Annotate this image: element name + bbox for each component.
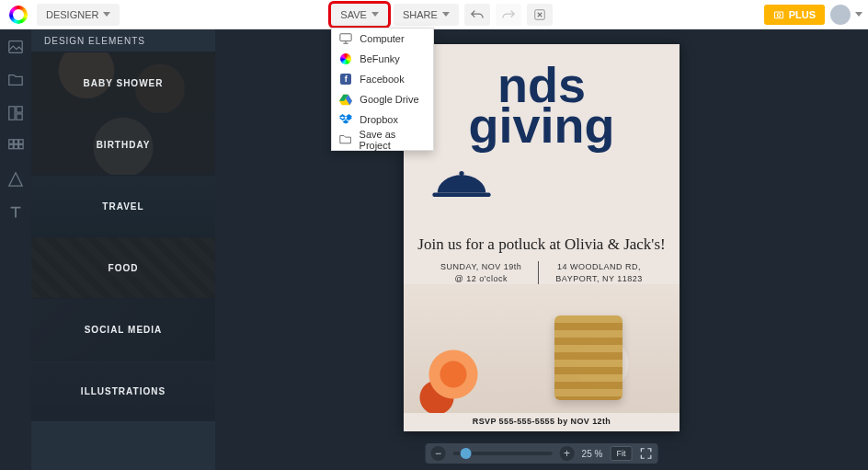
zoom-in-button[interactable]: + [560, 446, 575, 461]
plus-upgrade-button[interactable]: PLUS [764, 5, 825, 25]
text-tool-icon[interactable] [7, 204, 24, 221]
category-food[interactable]: FOOD [31, 236, 215, 298]
fullscreen-icon[interactable] [639, 447, 652, 460]
caret-down-icon [442, 12, 450, 17]
zoom-slider[interactable] [453, 452, 553, 455]
save-menu-item-project[interactable]: Save as Project [332, 130, 433, 150]
folder-icon [339, 133, 351, 146]
cancel-button[interactable] [527, 4, 553, 26]
poster-design[interactable]: nds giving Join us for a potluck at Oliv… [404, 44, 680, 431]
panel-title: DESIGN ELEMENTS [31, 29, 215, 52]
poster-food-image [404, 284, 680, 413]
category-social-media[interactable]: SOCIAL MEDIA [31, 298, 215, 360]
design-elements-panel: DESIGN ELEMENTS BABY SHOWER BIRTHDAY TRA… [31, 29, 215, 470]
save-menu-item-dropbox[interactable]: Dropbox [332, 109, 433, 130]
category-baby-shower[interactable]: BABY SHOWER [31, 52, 215, 113]
category-birthday[interactable]: BIRTHDAY [31, 113, 215, 175]
svg-rect-5 [9, 107, 15, 120]
save-menu-label: Dropbox [360, 114, 398, 125]
monitor-icon [339, 32, 352, 45]
zoom-fit-button[interactable]: Fit [610, 446, 632, 461]
save-menu-label: Facebook [360, 74, 404, 85]
svg-rect-10 [19, 140, 24, 144]
svg-rect-4 [9, 41, 22, 53]
zoom-out-button[interactable]: − [431, 446, 446, 461]
svg-rect-6 [17, 107, 22, 112]
dropbox-icon [339, 113, 352, 126]
headline-line2: giving [404, 103, 680, 148]
category-label: ILLUSTRATIONS [81, 386, 166, 396]
detail-separator [538, 261, 539, 287]
top-toolbar: DESIGNER SAVE Computer BeFunky [0, 0, 868, 29]
image-tool-icon[interactable] [7, 39, 24, 55]
svg-rect-8 [9, 140, 14, 144]
save-menu-item-facebook[interactable]: f Facebook [332, 69, 433, 89]
redo-button[interactable] [496, 4, 521, 26]
save-menu-item-befunky[interactable]: BeFunky [332, 49, 433, 69]
avatar-icon [830, 5, 851, 25]
poster-rsvp: RSVP 555-555-5555 by NOV 12th [404, 417, 680, 426]
poster-glass-image [554, 315, 622, 400]
save-dropdown-button[interactable]: SAVE [331, 4, 388, 26]
mode-dropdown[interactable]: DESIGNER [37, 4, 120, 26]
save-menu-label: BeFunky [360, 53, 399, 64]
poster-headline: nds giving [404, 63, 680, 147]
zoom-value: 25 % [582, 449, 603, 459]
share-dropdown-button[interactable]: SHARE [394, 4, 459, 26]
app-logo[interactable] [9, 6, 28, 24]
share-label: SHARE [403, 9, 438, 20]
caret-down-icon [855, 12, 862, 17]
poster-tagline: Join us for a potluck at Olivia & Jack's… [404, 235, 680, 254]
poster-details: SUNDAY, NOV 19th @ 12 o'clock 14 WOODLAN… [404, 261, 680, 287]
left-tool-strip [0, 29, 31, 470]
folder-tool-icon[interactable] [7, 72, 24, 88]
poster-date-line2: @ 12 o'clock [440, 273, 521, 285]
svg-rect-12 [14, 144, 18, 149]
category-label: FOOD [108, 263, 139, 273]
save-dropdown-menu: Computer BeFunky f Facebook Google Drive [331, 28, 434, 151]
poster-addr-line2: BAYPORT, NY 11823 [555, 273, 643, 285]
save-menu-item-computer[interactable]: Computer [332, 29, 433, 49]
svg-rect-2 [774, 12, 782, 18]
category-label: BIRTHDAY [97, 140, 151, 150]
svg-rect-11 [9, 144, 14, 149]
undo-button[interactable] [464, 4, 490, 26]
save-label: SAVE [340, 9, 367, 20]
category-label: BABY SHOWER [84, 78, 164, 88]
zoom-slider-knob[interactable] [461, 448, 472, 459]
poster-addr-line1: 14 WOODLAND RD, [555, 261, 643, 273]
svg-rect-14 [433, 193, 491, 197]
caret-down-icon [103, 12, 110, 17]
plus-label: PLUS [789, 9, 816, 20]
save-menu-label: Google Drive [360, 94, 418, 105]
befunky-icon [339, 52, 352, 65]
layout-tool-icon[interactable] [7, 105, 24, 121]
svg-point-3 [777, 13, 780, 16]
category-label: TRAVEL [102, 201, 143, 212]
zoom-controls: − + 25 % Fit [426, 443, 658, 464]
canvas-area[interactable]: nds giving Join us for a potluck at Oliv… [215, 29, 868, 470]
save-menu-label: Save as Project [360, 129, 427, 151]
svg-rect-9 [14, 140, 18, 144]
gdrive-icon [339, 93, 352, 106]
svg-rect-7 [17, 114, 22, 120]
save-menu-item-gdrive[interactable]: Google Drive [332, 89, 433, 109]
cloche-icon [429, 160, 494, 210]
category-label: SOCIAL MEDIA [85, 325, 163, 335]
grid-tool-icon[interactable] [7, 138, 24, 155]
poster-date-line1: SUNDAY, NOV 19th [440, 261, 521, 273]
save-menu-label: Computer [360, 33, 404, 44]
category-travel[interactable]: TRAVEL [31, 175, 215, 236]
facebook-icon: f [339, 73, 352, 86]
svg-rect-13 [19, 144, 24, 149]
account-menu[interactable] [830, 5, 862, 25]
category-illustrations[interactable]: ILLUSTRATIONS [31, 360, 215, 421]
shape-tool-icon[interactable] [7, 171, 24, 188]
svg-rect-0 [340, 33, 351, 40]
caret-down-icon [371, 12, 379, 17]
svg-point-15 [459, 171, 463, 176]
mode-label: DESIGNER [46, 9, 98, 20]
